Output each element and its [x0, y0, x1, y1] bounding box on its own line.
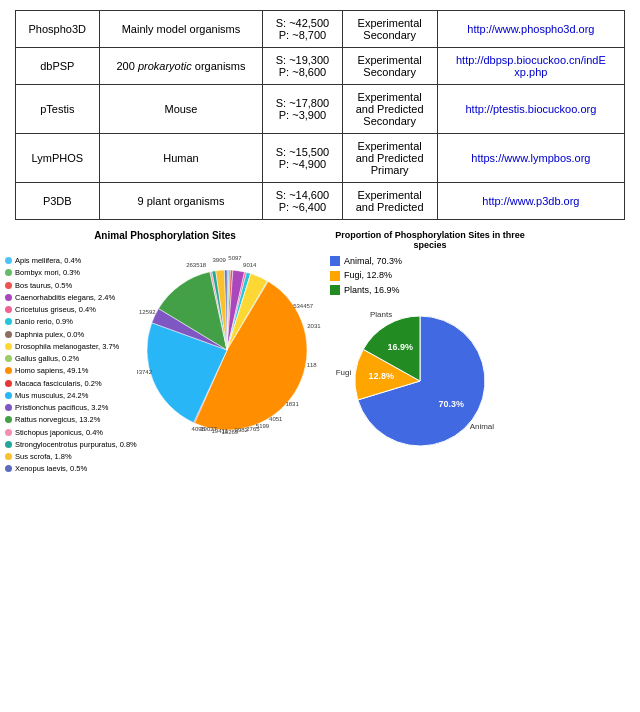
- legend-label: Macaca fascicularis, 0.2%: [15, 378, 102, 389]
- svg-text:70.3%: 70.3%: [439, 399, 465, 409]
- legend-label: Danio rerio, 0.9%: [15, 316, 73, 327]
- db-organisms: 9 plant organisms: [99, 183, 263, 220]
- legend-item: Macaca fascicularis, 0.2%: [5, 378, 137, 389]
- svg-text:143742: 143742: [137, 369, 153, 375]
- db-url[interactable]: http://ptestis.biocuckoo.org: [437, 85, 624, 134]
- left-pie-svg: 3909509790141181831405151992765998210269…: [137, 245, 322, 455]
- db-url[interactable]: http://www.p3db.org: [437, 183, 624, 220]
- db-url[interactable]: https://www.lympbos.org: [437, 134, 624, 183]
- legend-label: Drosophila melanogaster, 3.7%: [15, 341, 119, 352]
- table-row: P3DB 9 plant organisms S: ~14,600P: ~6,4…: [16, 183, 625, 220]
- legend-label: Caenorhabditis elegans, 2.4%: [15, 292, 115, 303]
- legend-dot: [330, 271, 340, 281]
- legend-dot: [5, 257, 12, 264]
- legend-label: Apis mellifera, 0.4%: [15, 255, 81, 266]
- legend-item: Sus scrofa, 1.8%: [5, 451, 137, 462]
- legend-dot: [5, 416, 12, 423]
- legend-label: Daphnia pulex, 0.0%: [15, 329, 84, 340]
- db-name: dbPSP: [16, 48, 100, 85]
- left-chart-legend: Apis mellifera, 0.4% Bombyx mori, 0.3% B…: [5, 245, 137, 476]
- db-sites: S: ~15,500P: ~4,900: [263, 134, 342, 183]
- legend-dot: [5, 282, 12, 289]
- db-sites: S: ~17,800P: ~3,900: [263, 85, 342, 134]
- legend-item: Cricetulus griseus, 0.4%: [5, 304, 137, 315]
- svg-text:Animal: Animal: [470, 422, 495, 431]
- legend-dot: [5, 294, 12, 301]
- db-type: ExperimentalSecondary: [342, 11, 437, 48]
- right-chart-title: Proportion of Phosphorylation Sites in t…: [330, 230, 530, 250]
- db-organisms: 200 prokaryotic organisms: [99, 48, 263, 85]
- legend-dot: [5, 392, 12, 399]
- db-name: P3DB: [16, 183, 100, 220]
- legend-label: Bombyx mori, 0.3%: [15, 267, 80, 278]
- legend-item: Fugi, 12.8%: [330, 268, 530, 282]
- legend-label: Xenopus laevis, 0.5%: [15, 463, 87, 474]
- legend-dot: [5, 429, 12, 436]
- table-row: LymPHOS Human S: ~15,500P: ~4,900 Experi…: [16, 134, 625, 183]
- svg-text:4098: 4098: [191, 426, 205, 432]
- legend-label: Plants, 16.9%: [344, 283, 400, 297]
- legend-dot: [5, 269, 12, 276]
- svg-text:9014: 9014: [243, 262, 257, 268]
- legend-item: Xenopus laevis, 0.5%: [5, 463, 137, 474]
- legend-dot: [5, 331, 12, 338]
- db-sites: S: ~42,500P: ~8,700: [263, 11, 342, 48]
- legend-item: Plants, 16.9%: [330, 283, 530, 297]
- legend-dot: [330, 256, 340, 266]
- db-name: pTestis: [16, 85, 100, 134]
- legend-label: Strongylocentrotus purpuratus, 0.8%: [15, 439, 137, 450]
- legend-dot: [5, 355, 12, 362]
- db-sites: S: ~14,600P: ~6,400: [263, 183, 342, 220]
- svg-text:2031: 2031: [307, 323, 321, 329]
- legend-label: Pristionchus pacificus, 3.2%: [15, 402, 108, 413]
- svg-text:12592: 12592: [139, 309, 156, 315]
- legend-dot: [5, 318, 12, 325]
- legend-item: Daphnia pulex, 0.0%: [5, 329, 137, 340]
- left-chart-inner: Apis mellifera, 0.4% Bombyx mori, 0.3% B…: [5, 245, 325, 476]
- svg-text:534457: 534457: [293, 303, 314, 309]
- legend-item: Apis mellifera, 0.4%: [5, 255, 137, 266]
- legend-dot: [5, 343, 12, 350]
- db-organisms: Human: [99, 134, 263, 183]
- svg-text:Plants: Plants: [370, 310, 392, 319]
- svg-text:2765: 2765: [246, 426, 260, 432]
- legend-item: Bos taurus, 0.5%: [5, 280, 137, 291]
- db-type: Experimentaland PredictedPrimary: [342, 134, 437, 183]
- db-type: Experimentaland Predicted: [342, 183, 437, 220]
- table-row: pTestis Mouse S: ~17,800P: ~3,900 Experi…: [16, 85, 625, 134]
- legend-label: Animal, 70.3%: [344, 254, 402, 268]
- db-url[interactable]: http://www.phospho3d.org: [437, 11, 624, 48]
- legend-label: Sus scrofa, 1.8%: [15, 451, 72, 462]
- legend-dot: [5, 441, 12, 448]
- svg-text:Fugi: Fugi: [336, 368, 352, 377]
- legend-dot: [5, 306, 12, 313]
- legend-label: Rattus norvegicus, 13.2%: [15, 414, 100, 425]
- right-chart-legend: Animal, 70.3% Fugi, 12.8% Plants, 16.9%: [330, 254, 530, 297]
- table-row: dbPSP 200 prokaryotic organisms S: ~19,3…: [16, 48, 625, 85]
- svg-text:1831: 1831: [285, 401, 299, 407]
- svg-text:16.9%: 16.9%: [387, 342, 413, 352]
- legend-label: Gallus gallus, 0.2%: [15, 353, 79, 364]
- left-chart-title: Animal Phosphorylation Sites: [5, 230, 325, 241]
- legend-dot: [5, 367, 12, 374]
- table-row: Phospho3D Mainly model organisms S: ~42,…: [16, 11, 625, 48]
- legend-label: Fugi, 12.8%: [344, 268, 392, 282]
- table-section: Phospho3D Mainly model organisms S: ~42,…: [0, 0, 640, 225]
- legend-label: Cricetulus griseus, 0.4%: [15, 304, 96, 315]
- legend-dot: [5, 380, 12, 387]
- db-type: ExperimentalSecondary: [342, 48, 437, 85]
- db-name: Phospho3D: [16, 11, 100, 48]
- right-pie-svg: 70.3%Animal12.8%Fugi16.9%Plants: [330, 301, 525, 461]
- db-url[interactable]: http://dbpsp.biocuckoo.cn/indExp.php: [437, 48, 624, 85]
- svg-text:12.8%: 12.8%: [368, 371, 394, 381]
- legend-item: Animal, 70.3%: [330, 254, 530, 268]
- db-type: Experimentaland PredictedSecondary: [342, 85, 437, 134]
- right-chart-container: Proportion of Phosphorylation Sites in t…: [330, 230, 530, 464]
- legend-label: Mus musculus, 24.2%: [15, 390, 88, 401]
- legend-dot: [5, 453, 12, 460]
- legend-dot: [330, 285, 340, 295]
- svg-text:3909: 3909: [212, 257, 226, 263]
- legend-item: Caenorhabditis elegans, 2.4%: [5, 292, 137, 303]
- svg-text:118: 118: [306, 362, 317, 368]
- legend-item: Homo sapiens, 49.1%: [5, 365, 137, 376]
